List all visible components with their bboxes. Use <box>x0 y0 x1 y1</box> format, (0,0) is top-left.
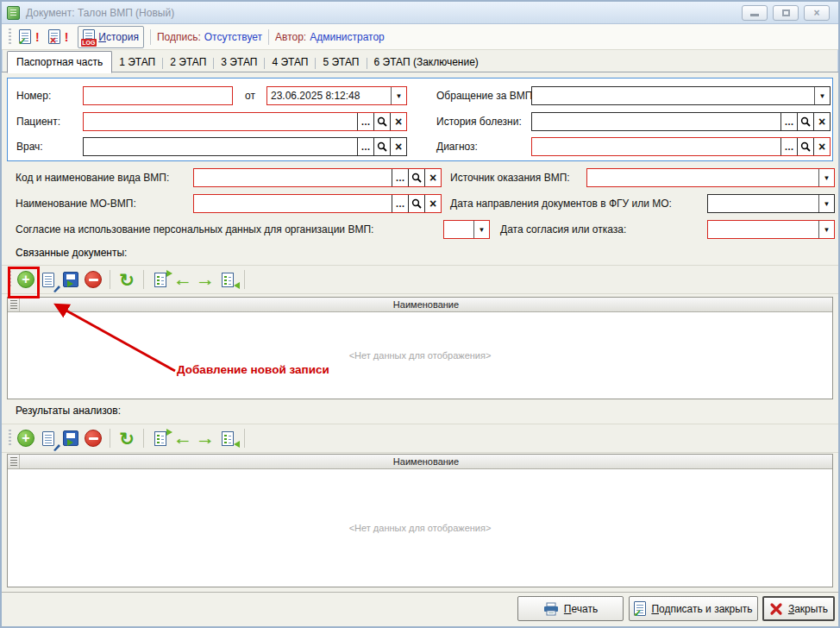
dropdown-icon[interactable]: ▼ <box>818 221 834 238</box>
case-history-search-button[interactable] <box>797 113 813 130</box>
doctor-clear-button[interactable]: × <box>390 138 406 155</box>
save-icon <box>63 272 78 287</box>
close-button[interactable]: × <box>804 5 830 21</box>
unsign-document-button[interactable]: × ! <box>44 26 73 48</box>
case-history-ellipsis-button[interactable]: … <box>780 113 797 130</box>
refresh-button[interactable]: ↻ <box>116 427 138 449</box>
vmp-kind-ellipsis-button[interactable]: … <box>392 169 408 186</box>
list-export-button[interactable] <box>149 427 172 449</box>
delete-record-button[interactable] <box>82 427 104 449</box>
footer-bar: Печать ✓ Подписать и закрыть Закрыть <box>2 592 838 626</box>
mo-vmp-search-button[interactable] <box>408 195 424 212</box>
tabstrip: Паспортная часть 1 ЭТАП 2 ЭТАП 3 ЭТАП 4 … <box>2 50 838 72</box>
linked-documents-toolbar: + ↻ ← → <box>2 265 838 294</box>
list-import-button[interactable] <box>216 268 239 291</box>
diagnosis-field[interactable]: … × <box>531 137 831 156</box>
doctor-field[interactable]: … × <box>83 137 407 156</box>
move-left-button[interactable]: ← <box>172 268 194 291</box>
refresh-button[interactable]: ↻ <box>116 268 138 291</box>
case-history-clear-button[interactable]: × <box>813 113 830 130</box>
edit-record-button[interactable] <box>37 427 60 449</box>
minimize-button[interactable] <box>742 5 768 21</box>
tab-stage-6[interactable]: 6 ЭТАП (Заключение) <box>367 53 486 72</box>
search-icon <box>377 141 387 152</box>
save-record-button[interactable] <box>60 427 82 449</box>
vmp-kind-field[interactable]: … × <box>193 168 442 187</box>
close-document-button[interactable]: Закрыть <box>762 596 835 621</box>
grid-header: Наименование <box>8 298 832 312</box>
delete-icon <box>85 430 102 447</box>
mo-vmp-field[interactable]: … × <box>193 194 442 213</box>
grid-body[interactable]: <Нет данных для отображения> <box>8 469 832 587</box>
diagnosis-search-button[interactable] <box>797 138 813 155</box>
consent-date-combo[interactable]: ▼ <box>707 220 835 239</box>
sign-document-button[interactable]: ✓ ! <box>15 26 44 48</box>
sign-and-close-button[interactable]: ✓ Подписать и закрыть <box>629 596 758 621</box>
toolbar-separator <box>244 270 245 289</box>
docs-sent-date-combo[interactable]: ▼ <box>707 194 835 213</box>
highlight-box <box>8 267 40 298</box>
toolbar-grip <box>9 430 11 447</box>
move-right-button[interactable]: → <box>194 268 216 291</box>
tab-stage-1[interactable]: 1 ЭТАП <box>112 53 162 72</box>
diagnosis-clear-button[interactable]: × <box>813 138 830 155</box>
name-column-header[interactable]: Наименование <box>20 298 832 311</box>
dropdown-icon[interactable]: ▼ <box>391 87 406 104</box>
dropdown-icon[interactable]: ▼ <box>814 87 830 104</box>
patient-field[interactable]: … × <box>83 112 407 131</box>
document-date-combo[interactable]: 23.06.2025 8:12:48 ▼ <box>266 86 407 105</box>
tab-stage-2[interactable]: 2 ЭТАП <box>163 53 213 72</box>
list-export-button[interactable] <box>149 268 172 291</box>
consent-combo[interactable]: ▼ <box>443 220 490 239</box>
tab-stage-4[interactable]: 4 ЭТАП <box>265 53 315 72</box>
case-history-field[interactable]: … × <box>531 112 831 131</box>
dropdown-icon[interactable]: ▼ <box>473 221 489 238</box>
patient-clear-button[interactable]: × <box>390 113 406 130</box>
sign-document-icon: ✓ <box>19 29 31 44</box>
sign-and-close-icon: ✓ <box>634 601 646 616</box>
mo-vmp-clear-button[interactable]: × <box>424 195 441 212</box>
consent-date-label: Дата согласия или отказа: <box>500 223 626 236</box>
toolbar-separator <box>110 429 110 448</box>
date-preposition-label: от <box>245 90 255 102</box>
tab-passport[interactable]: Паспортная часть <box>7 51 112 73</box>
toolbar-separator <box>150 29 151 45</box>
move-left-button[interactable]: ← <box>172 427 194 449</box>
dropdown-icon[interactable]: ▼ <box>818 195 834 212</box>
delete-record-button[interactable] <box>82 268 104 291</box>
tab-stage-3[interactable]: 3 ЭТАП <box>214 53 264 72</box>
doctor-search-button[interactable] <box>373 138 390 155</box>
list-import-button[interactable] <box>216 427 239 449</box>
vmp-kind-search-button[interactable] <box>408 169 424 186</box>
close-icon: × <box>813 8 819 18</box>
tab-stage-5[interactable]: 5 ЭТАП <box>316 53 366 72</box>
vmp-source-combo[interactable]: ▼ <box>586 168 835 187</box>
list-import-icon <box>222 273 234 287</box>
sign-and-close-button-label: Подписать и закрыть <box>651 603 752 615</box>
save-record-button[interactable] <box>60 268 82 291</box>
refresh-icon: ↻ <box>119 430 135 448</box>
maximize-button[interactable] <box>773 5 799 21</box>
patient-search-button[interactable] <box>373 113 390 130</box>
diagnosis-ellipsis-button[interactable]: … <box>780 138 797 155</box>
vmp-request-combo[interactable]: ▼ <box>531 86 831 105</box>
search-icon <box>411 198 422 209</box>
number-input[interactable] <box>83 86 233 105</box>
move-right-button[interactable]: → <box>194 427 216 449</box>
signature-value: Отсутствует <box>204 31 262 43</box>
vmp-kind-clear-button[interactable]: × <box>424 169 441 186</box>
case-history-label: История болезни: <box>436 116 522 128</box>
refresh-icon: ↻ <box>119 271 135 289</box>
name-column-header[interactable]: Наименование <box>20 455 832 468</box>
add-record-button[interactable]: + <box>15 427 37 449</box>
arrow-left-icon: ← <box>173 270 192 289</box>
dropdown-icon[interactable]: ▼ <box>818 169 834 186</box>
grid-body[interactable]: <Нет данных для отображения> <box>8 312 832 399</box>
doctor-ellipsis-button[interactable]: … <box>357 138 373 155</box>
print-button[interactable]: Печать <box>517 596 624 621</box>
patient-ellipsis-button[interactable]: … <box>357 113 373 130</box>
grid-header: Наименование <box>8 455 832 469</box>
mo-vmp-ellipsis-button[interactable]: … <box>392 195 408 212</box>
history-button[interactable]: LOG История <box>78 26 144 48</box>
edit-record-button[interactable] <box>37 268 60 291</box>
